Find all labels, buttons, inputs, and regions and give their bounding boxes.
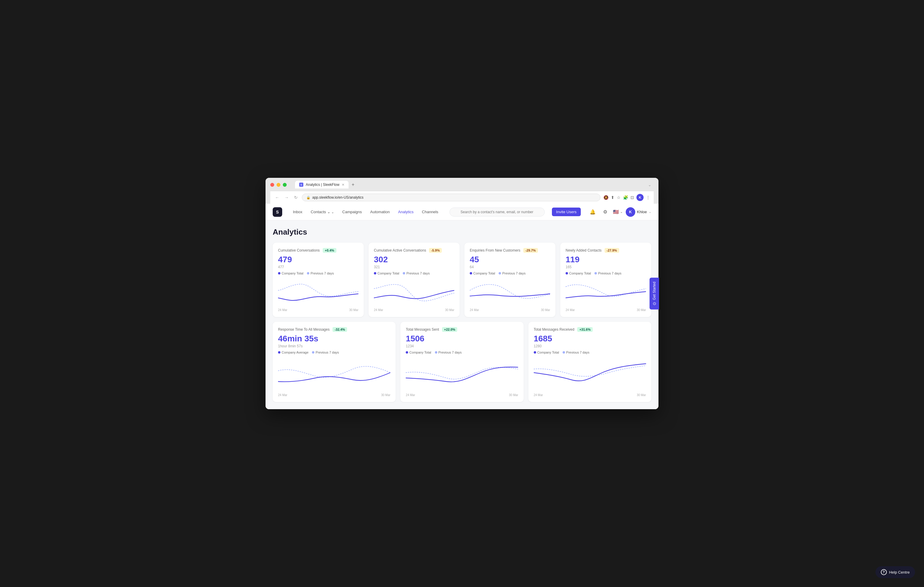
browser-menu-icon[interactable]: ⋮ [646,195,650,200]
card-value-7: 1685 [534,334,646,344]
legend-prev-5: Previous 7 days [312,350,339,354]
nav-items: Inbox Contacts ⌄ Campaigns Automation An… [289,208,442,216]
forward-button[interactable]: → [284,194,290,201]
card-prev-6: 1234 [406,344,518,348]
date-end-5: 30 Mar [381,393,390,397]
legend-dot-prev-1 [307,272,309,275]
help-centre-label: Help Centre [889,570,910,574]
back-button[interactable]: ← [274,194,280,201]
card-enquiries: Enquiries From New Customers -29.7% 45 6… [464,243,556,317]
sidebar-item-automation[interactable]: Automation [367,208,394,216]
legend-label-prev-2: Previous 7 days [406,271,429,275]
app-navbar: S Inbox Contacts ⌄ Campaigns Automation … [266,204,658,220]
card-badge-5: -32.4% [333,327,347,332]
get-started-icon: ⊙ [652,302,657,306]
browser-tab[interactable]: S Analytics | SleekFlow ✕ [295,181,348,189]
legend-label-prev-6: Previous 7 days [439,350,462,354]
card-title-7: Total Messages Received [534,327,574,332]
date-start-3: 24 Mar [470,308,479,312]
date-start-6: 24 Mar [406,393,415,397]
tab-favicon: S [299,183,304,187]
card-messages-sent: Total Messages Sent +22.0% 1506 1234 Com… [400,322,523,402]
help-centre-button[interactable]: ? Help Centre [876,566,915,578]
legend-dot-prev-6 [435,351,437,354]
invite-users-button[interactable]: Invite Users [552,207,581,216]
card-title-5: Response Time To All Messages [278,327,330,332]
tab-close-button[interactable]: ✕ [342,183,345,187]
browser-profile-avatar[interactable]: K [637,194,644,201]
bookmark-icon[interactable]: ☆ [617,195,620,200]
notifications-off-icon[interactable]: 🔕 [603,195,609,200]
user-menu[interactable]: K Khloe ⌄ [626,207,651,217]
legend-dot-prev-2 [403,272,405,275]
extensions-icon[interactable]: 🧩 [623,195,628,200]
card-newly-added: Newly Added Contacts -27.9% 119 165 Comp… [560,243,651,317]
card-title-1: Cumulative Conversations [278,248,320,252]
legend-dot-prev-7 [563,351,565,354]
page-title: Analytics [273,227,651,237]
legend-label-company-3: Company Total [473,271,495,275]
card-badge-1: +0.4% [323,248,337,253]
traffic-light-red[interactable] [270,183,274,187]
refresh-button[interactable]: ↻ [293,194,299,201]
traffic-light-green[interactable] [283,183,287,187]
legend-label-company-6: Company Total [409,350,431,354]
settings-icon[interactable]: ⚙ [601,207,610,217]
user-dropdown-arrow: ⌄ [648,210,651,214]
card-badge-4: -27.9% [605,248,619,253]
new-tab-button[interactable]: + [350,181,356,188]
language-selector[interactable]: 🇺🇸 ⌄ [613,209,623,215]
legend-company-3: Company Total [470,271,495,275]
card-cumulative-active: Cumulative Active Conversations -5.9% 30… [368,243,460,317]
card-badge-3: -29.7% [523,248,538,253]
legend-company-4: Company Total [566,271,591,275]
user-avatar: K [626,207,635,217]
get-started-button[interactable]: ⊙ Get Started [650,278,659,309]
card-response-time: Response Time To All Messages -32.4% 46m… [273,322,396,402]
legend-label-company-7: Company Total [537,350,559,354]
legend-dot-company-5 [278,351,280,354]
flag-icon: 🇺🇸 [613,209,619,215]
legend-label-prev-1: Previous 7 days [310,271,334,275]
card-prev-1: 477 [278,265,358,269]
notifications-icon[interactable]: 🔔 [588,207,597,217]
legend-dot-company-4 [566,272,568,275]
address-bar[interactable]: 🔒 app.sleekflow.io/en-US/analytics [302,194,601,201]
search-input[interactable] [449,207,545,217]
legend-label-company-1: Company Total [282,271,304,275]
get-started-label: Get Started [652,281,657,300]
share-icon[interactable]: ⬆ [611,195,614,200]
tab-title: Analytics | SleekFlow [306,183,339,187]
card-title-3: Enquiries From New Customers [470,248,520,252]
card-messages-received: Total Messages Received +31.6% 1685 1280… [528,322,651,402]
card-title-6: Total Messages Sent [406,327,439,332]
sidebar-item-channels[interactable]: Channels [418,208,442,216]
card-prev-2: 321 [374,265,454,269]
card-title-4: Newly Added Contacts [566,248,602,252]
sidebar-item-contacts[interactable]: Contacts ⌄ [307,208,338,216]
sidebar-item-analytics[interactable]: Analytics [394,208,417,216]
date-start-5: 24 Mar [278,393,287,397]
app-logo: S [273,207,282,217]
legend-label-company-4: Company Total [569,271,591,275]
legend-label-prev-5: Previous 7 days [315,350,339,354]
sidebar-item-inbox[interactable]: Inbox [289,208,306,216]
legend-company-7: Company Total [534,350,559,354]
legend-dot-company-3 [470,272,472,275]
legend-label-prev-7: Previous 7 days [566,350,589,354]
traffic-light-yellow[interactable] [277,183,280,187]
card-value-1: 479 [278,255,358,264]
card-badge-7: +31.6% [577,327,593,332]
date-start-2: 24 Mar [374,308,383,312]
date-end-4: 30 Mar [637,308,646,312]
legend-label-prev-4: Previous 7 days [598,271,621,275]
window-control[interactable]: ⌄ [648,183,654,187]
card-value-4: 119 [566,255,646,264]
card-cumulative-conversations: Cumulative Conversations +0.4% 479 477 C… [273,243,364,317]
sidebar-item-campaigns[interactable]: Campaigns [339,208,366,216]
legend-company-6: Company Total [406,350,431,354]
url-display: app.sleekflow.io/en-US/analytics [312,196,363,199]
split-view-icon[interactable]: ⊡ [630,195,634,200]
legend-label-company-2: Company Total [378,271,399,275]
card-prev-4: 165 [566,265,646,269]
